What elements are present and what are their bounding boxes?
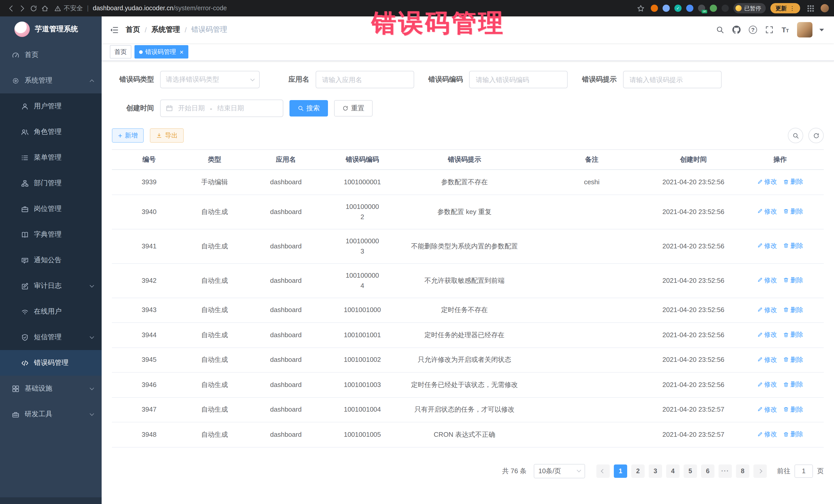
sidebar-item-dept[interactable]: 部门管理 bbox=[0, 170, 102, 196]
close-icon[interactable]: × bbox=[180, 48, 183, 55]
help-icon[interactable]: ? bbox=[749, 26, 757, 34]
tab-error-code[interactable]: 错误码管理× bbox=[134, 45, 188, 59]
browser-profile-avatar[interactable] bbox=[821, 4, 829, 12]
pager-ellipsis[interactable]: ··· bbox=[719, 464, 732, 478]
toggle-search-button[interactable] bbox=[788, 128, 803, 143]
cell-id: 3945 bbox=[112, 348, 186, 372]
sidebar-item-infra[interactable]: 基础设施 bbox=[0, 376, 102, 401]
sidebar-item-online-user[interactable]: 在线用户 bbox=[0, 299, 102, 324]
pager-page-1[interactable]: 1 bbox=[614, 464, 627, 478]
reset-button[interactable]: 重置 bbox=[334, 100, 373, 116]
caret-down-icon[interactable] bbox=[817, 26, 826, 34]
pager-page-2[interactable]: 2 bbox=[631, 464, 644, 478]
delete-link[interactable]: 删除 bbox=[783, 305, 803, 315]
sidebar-item-system[interactable]: 系统管理 bbox=[0, 68, 102, 93]
delete-link[interactable]: 删除 bbox=[783, 241, 803, 251]
extension-dark-pin-icon[interactable] bbox=[722, 5, 729, 12]
pager-page-5[interactable]: 5 bbox=[684, 464, 697, 478]
date-range-picker[interactable]: 开始日期 - 结束日期 bbox=[160, 100, 283, 117]
error-type-select[interactable]: 请选择错误码类型 bbox=[160, 71, 260, 88]
breadcrumb-home[interactable]: 首页 bbox=[126, 25, 140, 35]
extension-green-icon[interactable] bbox=[710, 5, 717, 12]
sidebar-logo[interactable]: 芋道管理系统 bbox=[0, 17, 102, 42]
breadcrumb-system[interactable]: 系统管理 bbox=[151, 25, 180, 35]
fullscreen-icon[interactable] bbox=[765, 26, 773, 34]
error-code-input[interactable] bbox=[469, 71, 568, 88]
apps-grid-icon[interactable] bbox=[805, 3, 816, 14]
pager-page-8[interactable]: 8 bbox=[736, 464, 749, 478]
user-avatar[interactable] bbox=[797, 22, 812, 38]
edit-link[interactable]: 修改 bbox=[757, 275, 777, 285]
address-bar[interactable]: 不安全 | dashboard.yudao.iocoder.cn/system/… bbox=[54, 4, 227, 13]
delete-icon bbox=[783, 243, 789, 249]
sidebar-item-post[interactable]: 岗位管理 bbox=[0, 196, 102, 222]
bookmark-star-icon[interactable] bbox=[635, 3, 646, 14]
sidebar-item-role[interactable]: 角色管理 bbox=[0, 119, 102, 145]
sidebar-item-sms[interactable]: 短信管理 bbox=[0, 324, 102, 350]
edit-link[interactable]: 修改 bbox=[757, 379, 777, 390]
sidebar-item-user[interactable]: 用户管理 bbox=[0, 93, 102, 119]
edit-link[interactable]: 修改 bbox=[757, 354, 777, 365]
extension-teal-check-icon[interactable]: ✓ bbox=[674, 5, 682, 12]
error-hint-input[interactable] bbox=[623, 71, 721, 88]
refresh-table-button[interactable] bbox=[808, 128, 824, 143]
sidebar-item-home[interactable]: 首页 bbox=[0, 42, 102, 68]
table-row: 3941自动生成dashboard100100000 3不能删除类型为系统内置的… bbox=[112, 229, 824, 263]
edit-link[interactable]: 修改 bbox=[757, 404, 777, 414]
search-button[interactable]: 搜索 bbox=[289, 100, 328, 116]
sidebar-item-dev-tools[interactable]: 研发工具 bbox=[0, 401, 102, 427]
delete-link[interactable]: 删除 bbox=[783, 206, 803, 217]
edit-link[interactable]: 修改 bbox=[757, 305, 777, 315]
search-icon[interactable] bbox=[716, 26, 724, 34]
cell-code: 1001001000 bbox=[329, 298, 396, 323]
home-icon[interactable] bbox=[39, 3, 50, 14]
goto-page-input[interactable] bbox=[794, 464, 813, 478]
sidebar-item-audit-log[interactable]: 审计日志 bbox=[0, 273, 102, 299]
delete-link[interactable]: 删除 bbox=[783, 275, 803, 285]
app-name-input[interactable] bbox=[315, 71, 414, 88]
pager-page-6[interactable]: 6 bbox=[701, 464, 715, 478]
font-size-icon[interactable]: TT bbox=[782, 26, 789, 34]
forward-icon[interactable] bbox=[17, 3, 28, 14]
sidebar-item-error-code[interactable]: 错误码管理 bbox=[0, 350, 102, 376]
extension-dark-on-icon[interactable]: on bbox=[698, 5, 705, 12]
pager-page-3[interactable]: 3 bbox=[649, 464, 662, 478]
edit-link[interactable]: 修改 bbox=[757, 241, 777, 251]
cell-actions: 修改删除 bbox=[737, 323, 824, 348]
delete-link[interactable]: 删除 bbox=[783, 379, 803, 390]
sidebar-item-menu[interactable]: 菜单管理 bbox=[0, 145, 102, 170]
delete-link[interactable]: 删除 bbox=[783, 177, 803, 187]
edit-link[interactable]: 修改 bbox=[757, 206, 777, 217]
tab-home[interactable]: 首页 bbox=[110, 45, 131, 59]
delete-link[interactable]: 删除 bbox=[783, 429, 803, 439]
edit-link[interactable]: 修改 bbox=[757, 429, 777, 439]
paused-badge[interactable]: 已暂停 bbox=[733, 3, 766, 13]
page-size-select[interactable]: 10条/页 bbox=[534, 464, 585, 478]
update-button[interactable]: 更新⋮ bbox=[770, 3, 800, 13]
sidebar-item-dict[interactable]: 字典管理 bbox=[0, 222, 102, 247]
edit-link[interactable]: 修改 bbox=[757, 177, 777, 187]
sidebar-item-notice[interactable]: 通知公告 bbox=[0, 247, 102, 273]
prev-page-button[interactable] bbox=[596, 464, 610, 478]
pager-page-4[interactable]: 4 bbox=[666, 464, 680, 478]
sidebar-item-label: 角色管理 bbox=[34, 127, 62, 136]
github-icon[interactable] bbox=[732, 26, 741, 34]
back-icon[interactable] bbox=[5, 3, 17, 14]
edit-link[interactable]: 修改 bbox=[757, 329, 777, 340]
add-button[interactable]: +新增 bbox=[112, 128, 144, 143]
briefcase-icon bbox=[21, 205, 29, 213]
tools-icon bbox=[11, 410, 20, 418]
extension-lightblue-icon[interactable] bbox=[663, 5, 670, 12]
sidebar-collapse-bar[interactable] bbox=[0, 497, 102, 504]
next-page-button[interactable] bbox=[753, 464, 767, 478]
export-button[interactable]: 导出 bbox=[150, 128, 184, 143]
delete-link[interactable]: 删除 bbox=[783, 404, 803, 414]
extension-orange-icon[interactable] bbox=[651, 5, 658, 12]
reload-icon[interactable] bbox=[28, 3, 39, 14]
hamburger-icon[interactable] bbox=[110, 25, 118, 34]
delete-link[interactable]: 删除 bbox=[783, 354, 803, 365]
delete-link[interactable]: 删除 bbox=[783, 329, 803, 340]
sidebar-item-label: 用户管理 bbox=[34, 102, 62, 111]
sidebar-item-label: 字典管理 bbox=[34, 230, 62, 239]
extension-blue-icon[interactable] bbox=[686, 5, 694, 12]
